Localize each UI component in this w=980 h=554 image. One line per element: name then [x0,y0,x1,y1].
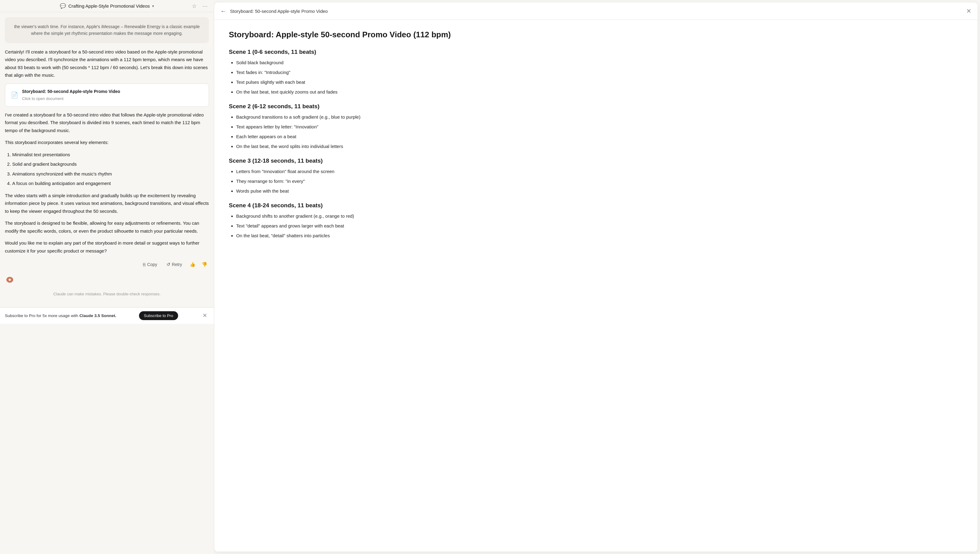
list-item: A focus on building anticipation and eng… [12,179,209,187]
scene-3-item-1: Letters from "Innovation" float around t… [236,168,963,175]
doc-card-subtitle: Click to open document [22,96,120,102]
subscribe-button[interactable]: Subscribe to Pro [139,311,178,320]
scene-4-item-1: Background shifts to another gradient (e… [236,212,963,220]
scene-2-item-4: On the last beat, the word splits into i… [236,143,963,150]
more-options-icon[interactable]: ⋯ [202,3,208,10]
doc-main-title: Storyboard: Apple-style 50-second Promo … [229,30,963,40]
scene-1-item-1: Solid black background [236,59,963,66]
scene-3-item-2: They rearrange to form: "in every" [236,178,963,185]
scene-3-heading: Scene 3 (12-18 seconds, 11 beats) [229,158,963,164]
scene-3-item-3: Words pulse with the beat [236,187,963,195]
close-button[interactable]: ✕ [966,7,972,15]
scene-1-item-3: Text pulses slightly with each beat [236,78,963,86]
scene-2-item-3: Each letter appears on a beat [236,133,963,140]
right-header: ← Storyboard: 50-second Apple-style Prom… [214,2,978,20]
scene-4-list: Background shifts to another gradient (e… [229,212,963,239]
scene-2-heading: Scene 2 (6-12 seconds, 11 beats) [229,103,963,110]
subscribe-bar: Subscribe to Pro for 5x more usage with … [0,307,214,324]
scene-3-list: Letters from "Innovation" float around t… [229,168,963,195]
scene-1-item-2: Text fades in: "Introducing" [236,69,963,76]
thumbs-down-button[interactable]: 👎 [200,260,209,269]
thumbs-up-button[interactable]: 👍 [188,260,197,269]
retry-icon: ↺ [167,262,170,267]
right-header-title: Storyboard: 50-second Apple-style Promo … [230,8,963,14]
scene-4-item-2: Text "detail" appears and grows larger w… [236,222,963,230]
scene-2-item-1: Background transitions to a soft gradien… [236,113,963,121]
list-item: Animations synchronized with the music's… [12,170,209,178]
response-followup2: This storyboard incorporates several key… [5,139,209,147]
response-intro: Certainly! I'll create a storyboard for … [5,48,209,79]
scene-2-list: Background transitions to a soft gradien… [229,113,963,150]
scene-1-item-4: On the last beat, text quickly zooms out… [236,88,963,96]
list-item: Minimalist text presentations [12,151,209,159]
bottom-disclaimer: Claude can make mistakes. Please double-… [5,288,209,302]
scene-1-list: Solid black background Text fades in: "I… [229,59,963,96]
list-item: Solid and gradient backgrounds [12,160,209,168]
right-panel: ← Storyboard: 50-second Apple-style Prom… [214,2,978,552]
main-response: Certainly! I'll create a storyboard for … [0,48,214,307]
doc-card-content: Storyboard: 50-second Apple-style Promo … [22,88,120,102]
chevron-down-icon: ▾ [152,4,154,8]
response-followup5: Would you like me to explain any part of… [5,239,209,255]
claude-logo [5,275,15,287]
back-button[interactable]: ← [220,8,226,15]
response-followup1: I've created a storyboard for a 50-secon… [5,111,209,134]
subscribe-bar-text: Subscribe to Pro for 5x more usage with … [5,313,116,318]
copy-button[interactable]: ⎘ Copy [140,260,161,269]
scene-4-item-3: On the last beat, "detail" shatters into… [236,232,963,239]
document-icon: 📄 [11,90,18,100]
star-icon[interactable]: ☆ [192,3,197,10]
fade-message: the viewer's watch time. For instance, A… [5,17,209,43]
doc-card[interactable]: 📄 Storyboard: 50-second Apple-style Prom… [5,83,209,107]
scene-4-heading: Scene 4 (18-24 seconds, 11 beats) [229,202,963,209]
scene-1-heading: Scene 1 (0-6 seconds, 11 beats) [229,49,963,55]
left-panel: 💬 Crafting Apple-Style Promotional Video… [0,0,214,554]
scene-2-item-2: Text appears letter by letter: "Innovati… [236,123,963,131]
subscribe-close-button[interactable]: ✕ [201,311,209,319]
retry-button[interactable]: ↺ Retry [164,260,185,269]
doc-card-title: Storyboard: 50-second Apple-style Promo … [22,88,120,96]
action-bar: ⎘ Copy ↺ Retry 👍 👎 [5,259,209,272]
top-bar: 💬 Crafting Apple-Style Promotional Video… [0,0,214,12]
copy-icon: ⎘ [143,262,146,267]
chat-icon: 💬 [60,3,66,9]
top-bar-title: Crafting Apple-Style Promotional Videos [68,3,150,8]
right-content: Storyboard: Apple-style 50-second Promo … [214,20,978,552]
response-followup3: The video starts with a simple introduct… [5,192,209,215]
response-followup4: The storyboard is designed to be flexibl… [5,219,209,235]
key-elements-list: Minimalist text presentations Solid and … [5,151,209,187]
